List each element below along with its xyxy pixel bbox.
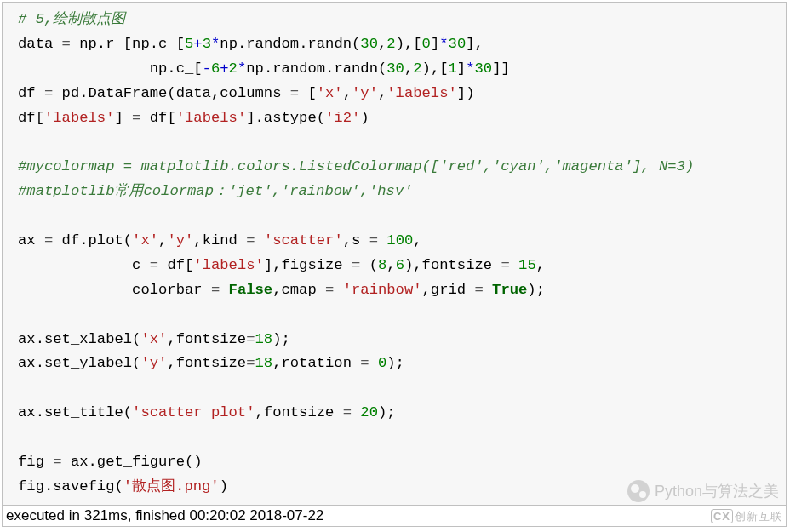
brand-watermark: CX创新互联 xyxy=(711,509,782,524)
comment-line: #matplotlib常用colormap：'jet','rainbow','h… xyxy=(18,183,413,199)
code-cell: # 5,绘制散点图 data = np.r_[np.c_[5+3*np.rand… xyxy=(2,2,787,527)
comment-line: # 5,绘制散点图 xyxy=(18,11,125,27)
watermark-text: Python与算法之美 xyxy=(655,481,779,501)
code-content: # 5,绘制散点图 data = np.r_[np.c_[5+3*np.rand… xyxy=(3,3,786,505)
watermark: Python与算法之美 xyxy=(627,480,779,502)
comment-line: #mycolormap = matplotlib.colors.ListedCo… xyxy=(18,158,694,174)
code-text: data xyxy=(18,36,62,52)
wechat-icon xyxy=(627,480,650,502)
execution-status: executed in 321ms, finished 00:20:02 201… xyxy=(3,505,786,526)
